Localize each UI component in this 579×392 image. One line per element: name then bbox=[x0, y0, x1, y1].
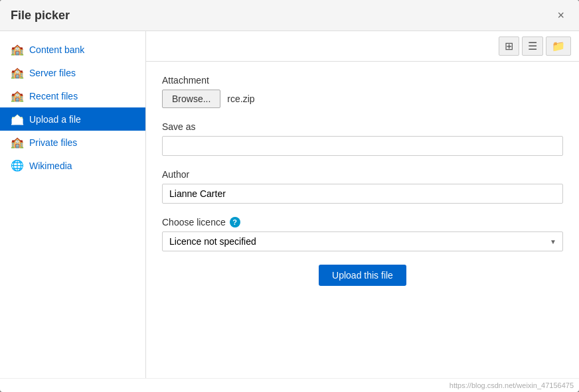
modal-header: File picker × bbox=[0, 0, 579, 31]
upload-button-container: Upload this file bbox=[162, 265, 563, 286]
content-bank-label: Content bank bbox=[29, 44, 84, 55]
sidebar-item-server-files[interactable]: 🏫Server files bbox=[0, 61, 145, 84]
browse-button[interactable]: Browse... bbox=[162, 90, 220, 108]
attachment-group: Attachment Browse... rce.zip bbox=[162, 75, 563, 108]
server-files-icon: 🏫 bbox=[11, 66, 24, 79]
folder-view-button[interactable]: 📁 bbox=[546, 36, 571, 56]
upload-button[interactable]: Upload this file bbox=[319, 265, 406, 286]
licence-label: Choose licence bbox=[162, 217, 226, 228]
toolbar: ⊞ ☰ 📁 bbox=[146, 31, 579, 62]
list-view-button[interactable]: ☰ bbox=[522, 36, 543, 56]
sidebar-item-upload-file[interactable]: 🏫Upload a file bbox=[0, 107, 145, 131]
author-label: Author bbox=[162, 169, 563, 180]
sidebar-item-private-files[interactable]: 🏫Private files bbox=[0, 131, 145, 154]
sidebar-item-wikimedia[interactable]: 🌐Wikimedia bbox=[0, 154, 145, 177]
sidebar-item-recent-files[interactable]: 🏫Recent files bbox=[0, 84, 145, 107]
attachment-row: Browse... rce.zip bbox=[162, 90, 563, 108]
licence-label-row: Choose licence ? bbox=[162, 217, 563, 228]
grid-view-button[interactable]: ⊞ bbox=[499, 36, 519, 56]
server-files-label: Server files bbox=[29, 68, 76, 78]
licence-select-wrapper: Licence not specifiedAll rights reserved… bbox=[162, 231, 563, 251]
filename-text: rce.zip bbox=[227, 94, 254, 104]
recent-files-label: Recent files bbox=[29, 91, 78, 101]
licence-select[interactable]: Licence not specifiedAll rights reserved… bbox=[162, 231, 563, 251]
private-files-label: Private files bbox=[29, 137, 77, 148]
wikimedia-label: Wikimedia bbox=[29, 161, 72, 171]
licence-group: Choose licence ? Licence not specifiedAl… bbox=[162, 217, 563, 251]
author-group: Author bbox=[162, 169, 563, 204]
wikimedia-icon: 🌐 bbox=[11, 159, 24, 172]
upload-file-icon: 🏫 bbox=[11, 113, 24, 125]
recent-files-icon: 🏫 bbox=[11, 90, 24, 102]
sidebar-item-content-bank[interactable]: 🏫Content bank bbox=[0, 38, 145, 61]
save-as-label: Save as bbox=[162, 121, 563, 132]
modal-body: 🏫Content bank🏫Server files🏫Recent files🏫… bbox=[0, 31, 579, 378]
save-as-group: Save as bbox=[162, 121, 563, 156]
file-picker-modal: File picker × 🏫Content bank🏫Server files… bbox=[0, 0, 579, 392]
private-files-icon: 🏫 bbox=[11, 136, 24, 149]
sidebar: 🏫Content bank🏫Server files🏫Recent files🏫… bbox=[0, 31, 146, 378]
content-bank-icon: 🏫 bbox=[11, 43, 24, 56]
author-input[interactable] bbox=[162, 184, 563, 204]
close-button[interactable]: × bbox=[553, 8, 568, 23]
main-content: ⊞ ☰ 📁 Attachment Browse... rce.zip Save … bbox=[146, 31, 579, 378]
upload-file-label: Upload a file bbox=[29, 114, 81, 125]
modal-title: File picker bbox=[11, 9, 70, 23]
attachment-label: Attachment bbox=[162, 75, 563, 86]
licence-help-icon[interactable]: ? bbox=[230, 217, 240, 228]
save-as-input[interactable] bbox=[162, 136, 563, 156]
form-area: Attachment Browse... rce.zip Save as Aut… bbox=[146, 62, 579, 378]
watermark: https://blog.csdn.net/weixin_47156475 bbox=[0, 378, 579, 392]
